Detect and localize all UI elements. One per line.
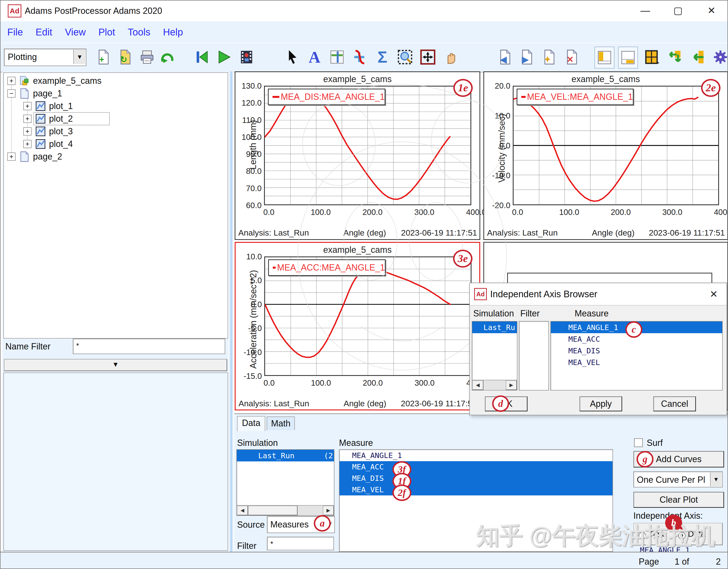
radio-data[interactable]: Data bbox=[678, 533, 705, 537]
collapse-icon[interactable]: − bbox=[7, 89, 16, 98]
expand-icon[interactable]: + bbox=[23, 102, 32, 110]
expand-icon[interactable]: + bbox=[23, 127, 32, 135]
plot-panel-2[interactable]: example_5_camsMEA_VEL:MEA_ANGLE_1Velocit… bbox=[483, 71, 728, 240]
surf-checkbox[interactable] bbox=[634, 438, 643, 447]
text-tool-icon[interactable]: A bbox=[305, 47, 324, 67]
model-tree-panel: +example_5_cams−page_1+plot_1+plot_2+plo… bbox=[2, 71, 229, 552]
collapse-panel-button[interactable]: ▼ bbox=[4, 359, 227, 371]
layout-swap-icon[interactable] bbox=[665, 47, 684, 67]
tree-item-page_1[interactable]: −page_1 bbox=[4, 87, 227, 100]
x-tick-label: 0.0 bbox=[250, 378, 289, 388]
menu-plot[interactable]: Plot bbox=[98, 27, 115, 38]
pan-hand-icon[interactable] bbox=[442, 47, 461, 67]
dialog-measure-item-MEA_DIS[interactable]: MEA_DIS bbox=[551, 345, 722, 357]
source-label: Source bbox=[237, 520, 265, 530]
menu-file[interactable]: File bbox=[7, 27, 23, 38]
chevron-down-icon[interactable]: ▼ bbox=[73, 50, 85, 64]
first-frame-icon[interactable] bbox=[192, 47, 211, 67]
expand-icon[interactable]: + bbox=[7, 152, 16, 161]
dialog-simulation-list[interactable]: Last_Ru bbox=[472, 321, 517, 380]
toolbar: Plotting ▼ +↻AΣ◀▶✦✕ bbox=[0, 43, 728, 72]
next-page-icon[interactable]: ▶ bbox=[517, 47, 536, 67]
tab-math[interactable]: Math bbox=[267, 417, 295, 430]
tree-item-page_2[interactable]: +page_2 bbox=[4, 150, 227, 163]
previous-page-icon[interactable]: ◀ bbox=[496, 47, 514, 67]
new-page-icon[interactable]: ✦ bbox=[540, 47, 559, 67]
menu-tools[interactable]: Tools bbox=[128, 27, 150, 38]
radio-time-icon[interactable] bbox=[639, 532, 646, 539]
tree-selection-box bbox=[33, 112, 110, 125]
settings-gear-icon[interactable] bbox=[711, 47, 728, 67]
expand-icon[interactable]: + bbox=[7, 77, 16, 85]
tree-item-plot_4[interactable]: +plot_4 bbox=[4, 138, 227, 150]
simulation-list[interactable]: Last_Run(2 bbox=[236, 449, 334, 506]
scroll-left-icon[interactable]: ◀ bbox=[237, 506, 248, 515]
plot-panel-3[interactable]: example_5_camsMEA_ACC:MEA_ANGLE_1Acceler… bbox=[235, 242, 480, 411]
chevron-down-icon[interactable]: ▼ bbox=[710, 472, 722, 486]
filter-input[interactable]: * bbox=[267, 537, 334, 550]
fit-view-icon[interactable] bbox=[418, 47, 437, 67]
clear-plot-button[interactable]: Clear Plot bbox=[633, 492, 724, 508]
expand-icon[interactable]: + bbox=[23, 140, 32, 148]
dialog-close-icon[interactable]: ✕ bbox=[710, 289, 718, 300]
curve-mode-select[interactable]: One Curve Per Pl ▼ bbox=[633, 471, 723, 487]
close-button[interactable]: ✕ bbox=[703, 2, 720, 18]
curve-mode-value: One Curve Per Pl bbox=[637, 475, 710, 485]
cancel-button[interactable]: Cancel bbox=[653, 396, 696, 411]
y-tick-label: -5.0 bbox=[230, 324, 262, 333]
curve-edit-tool-icon[interactable] bbox=[350, 47, 369, 67]
plot-panel-1[interactable]: example_5_camsMEA_DIS:MEA_ANGLE_1Length … bbox=[235, 71, 480, 240]
reload-session-icon[interactable]: ↻ bbox=[116, 47, 135, 67]
measure-item-MEA_ANGLE_1[interactable]: MEA_ANGLE_1 bbox=[339, 450, 612, 461]
new-session-icon[interactable]: + bbox=[94, 47, 113, 67]
radio-data-icon[interactable] bbox=[678, 532, 686, 539]
tree-item-example_5_cams[interactable]: +example_5_cams bbox=[4, 75, 227, 87]
mode-select[interactable]: Plotting ▼ bbox=[4, 49, 86, 66]
measure-item-MEA_ACC[interactable]: MEA_ACC bbox=[339, 461, 612, 473]
menu-edit[interactable]: Edit bbox=[35, 27, 52, 38]
print-icon[interactable] bbox=[138, 47, 157, 67]
apply-button[interactable]: Apply bbox=[579, 396, 622, 411]
radio-time[interactable]: Time bbox=[639, 533, 666, 537]
tree-item-plot_1[interactable]: +plot_1 bbox=[4, 100, 227, 112]
layout-bottom-icon[interactable] bbox=[618, 47, 638, 68]
tree-item-plot_3[interactable]: +plot_3 bbox=[4, 125, 227, 137]
minimize-button[interactable]: — bbox=[637, 2, 654, 18]
measure-item-MEA_VEL[interactable]: MEA_VEL bbox=[339, 484, 612, 495]
y-tick-label: 80.0 bbox=[230, 166, 262, 176]
plot-axes-tool-icon[interactable] bbox=[328, 47, 347, 67]
dialog-title: Independent Axis Browser bbox=[490, 289, 597, 300]
layout-grid-icon[interactable] bbox=[642, 47, 661, 67]
measure-item-MEA_DIS[interactable]: MEA_DIS bbox=[339, 473, 612, 484]
panel-splitter[interactable] bbox=[229, 71, 234, 552]
zoom-box-icon[interactable] bbox=[396, 47, 414, 67]
y-tick-label: 5.0 bbox=[230, 276, 262, 285]
plot-title: example_5_cams bbox=[236, 245, 479, 255]
dialog-simulation-item[interactable]: Last_Ru bbox=[472, 322, 517, 333]
tab-data[interactable]: Data bbox=[237, 416, 265, 431]
simulation-hscrollbar[interactable]: ◀ ▶ bbox=[236, 505, 334, 516]
scroll-right-icon[interactable]: ▶ bbox=[506, 380, 517, 390]
menu-view[interactable]: View bbox=[65, 27, 86, 38]
scroll-left-icon[interactable]: ◀ bbox=[472, 380, 483, 390]
select-cursor-icon[interactable] bbox=[283, 47, 302, 67]
expand-icon[interactable]: + bbox=[23, 115, 32, 123]
undo-icon[interactable] bbox=[158, 47, 177, 67]
layout-left-icon[interactable] bbox=[595, 47, 614, 68]
sum-sigma-icon[interactable]: Σ bbox=[373, 47, 392, 67]
dialog-simulation-hscrollbar[interactable]: ◀ ▶ bbox=[472, 380, 517, 391]
scroll-right-icon[interactable]: ▶ bbox=[323, 506, 334, 515]
adams-logo-icon: Ad bbox=[8, 4, 21, 17]
name-filter-input[interactable]: * bbox=[73, 339, 225, 354]
timestamp-label: 2023-06-19 11:17:51 bbox=[649, 228, 725, 237]
delete-page-icon[interactable]: ✕ bbox=[562, 47, 581, 67]
maximize-button[interactable]: ▢ bbox=[670, 2, 687, 18]
measure-list[interactable]: MEA_ANGLE_1MEA_ACCMEA_DISMEA_VEL bbox=[339, 449, 613, 552]
dialog-filter-list[interactable] bbox=[519, 321, 549, 391]
layout-import-icon[interactable] bbox=[688, 47, 707, 67]
dialog-measure-item-MEA_VEL[interactable]: MEA_VEL bbox=[551, 357, 722, 368]
animation-mode-icon[interactable] bbox=[237, 47, 256, 67]
menu-help[interactable]: Help bbox=[163, 27, 183, 38]
play-animation-icon[interactable] bbox=[215, 47, 233, 67]
simulation-item-Last_Run[interactable]: Last_Run(2 bbox=[237, 450, 334, 461]
